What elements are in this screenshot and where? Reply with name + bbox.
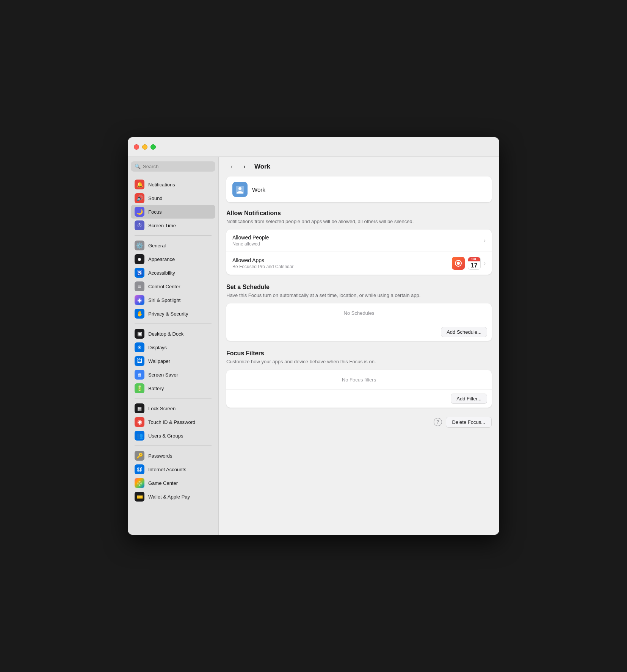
sidebar-item-touchid[interactable]: ◉ Touch ID & Password — [131, 415, 215, 429]
notifications-icon: 🔔 — [135, 180, 144, 189]
allowed-apps-row[interactable]: Allowed Apps Be Focused Pro and Calendar — [226, 252, 492, 275]
allow-notifications-title: Allow Notifications — [226, 210, 492, 217]
add-filter-button[interactable]: Add Filter... — [451, 394, 487, 404]
sidebar-item-general[interactable]: ⚙️ General — [131, 239, 215, 252]
focus-filters-card: No Focus filters Add Filter... — [226, 370, 492, 408]
sidebar-item-screensaver[interactable]: 🖥 Screen Saver — [131, 368, 215, 381]
focus-name: Work — [252, 186, 265, 193]
sidebar-label-general: General — [148, 243, 166, 248]
titlebar — [128, 137, 499, 157]
focus-filters-desc: Customize how your apps and device behav… — [226, 358, 492, 365]
allowed-apps-title: Allowed Apps — [232, 257, 452, 263]
sidebar-item-internetaccounts[interactable]: @ Internet Accounts — [131, 463, 215, 476]
sidebar-item-gamecenter[interactable]: ◎ Game Center — [131, 476, 215, 490]
svg-point-1 — [238, 187, 241, 190]
page-title: Work — [254, 163, 270, 170]
lockscreen-icon: ▦ — [135, 403, 144, 413]
sidebar-label-displays: Displays — [148, 345, 167, 350]
sidebar-label-focus: Focus — [148, 209, 161, 215]
general-icon: ⚙️ — [135, 241, 144, 250]
sidebar-item-controlcenter[interactable]: ≡ Control Center — [131, 280, 215, 293]
main-content: ‹ › Work Work — [219, 157, 499, 535]
sidebar-item-desktop[interactable]: ▣ Desktop & Dock — [131, 327, 215, 341]
nav-bar: ‹ › Work — [219, 157, 499, 177]
sidebar-item-privacy[interactable]: ✋ Privacy & Security — [131, 307, 215, 320]
sidebar-item-screentime[interactable]: ⏱ Screen Time — [131, 219, 215, 232]
add-filter-row: Add Filter... — [226, 390, 492, 408]
svg-point-3 — [457, 262, 460, 265]
sidebar-item-siri[interactable]: ◉ Siri & Spotlight — [131, 293, 215, 307]
sidebar-label-wallpaper: Wallpaper — [148, 358, 170, 364]
passwords-icon: 🔑 — [135, 451, 144, 461]
main-window: 🔍 🔔 Notifications 🔊 Sound 🌙 Focus — [128, 137, 499, 535]
sidebar-item-sound[interactable]: 🔊 Sound — [131, 191, 215, 205]
sidebar: 🔍 🔔 Notifications 🔊 Sound 🌙 Focus — [128, 157, 219, 535]
forward-button[interactable]: › — [239, 161, 250, 172]
back-button[interactable]: ‹ — [226, 161, 237, 172]
sound-icon: 🔊 — [135, 193, 144, 203]
allow-notifications-section: Allow Notifications Notifications from s… — [226, 210, 492, 275]
divider-1 — [135, 235, 212, 236]
divider-3 — [135, 398, 212, 399]
sidebar-label-privacy: Privacy & Security — [148, 311, 188, 317]
sidebar-label-siri: Siri & Spotlight — [148, 297, 180, 303]
sidebar-label-internetaccounts: Internet Accounts — [148, 467, 186, 472]
sidebar-group-1: 🔔 Notifications 🔊 Sound 🌙 Focus ⏱ Screen… — [131, 178, 215, 232]
chevron-right-icon: › — [484, 237, 486, 244]
add-schedule-button[interactable]: Add Schedule... — [441, 327, 487, 337]
calendar-app-icon: JUL 17 — [468, 257, 481, 270]
sidebar-label-users: Users & Groups — [148, 433, 183, 439]
wallet-icon: 💳 — [135, 492, 144, 502]
help-button[interactable]: ? — [434, 418, 442, 426]
search-input[interactable] — [143, 164, 212, 169]
minimize-button[interactable] — [142, 144, 147, 150]
sidebar-label-wallet: Wallet & Apple Pay — [148, 494, 190, 500]
sidebar-label-sound: Sound — [148, 195, 163, 201]
touchid-icon: ◉ — [135, 417, 144, 427]
search-bar[interactable]: 🔍 — [131, 161, 215, 172]
focus-icon: 🌙 — [135, 207, 144, 217]
sidebar-item-lockscreen[interactable]: ▦ Lock Screen — [131, 402, 215, 415]
content-area: 🔍 🔔 Notifications 🔊 Sound 🌙 Focus — [128, 157, 499, 535]
desktop-icon: ▣ — [135, 329, 144, 339]
allowed-people-title: Allowed People — [232, 234, 484, 241]
screensaver-icon: 🖥 — [135, 370, 144, 380]
delete-focus-button[interactable]: Delete Focus... — [446, 417, 492, 428]
sidebar-item-notifications[interactable]: 🔔 Notifications — [131, 178, 215, 191]
displays-icon: ✳ — [135, 342, 144, 352]
allowed-people-left: Allowed People None allowed — [232, 234, 484, 247]
sidebar-item-focus[interactable]: 🌙 Focus — [131, 205, 215, 219]
sidebar-label-touchid: Touch ID & Password — [148, 419, 195, 425]
controlcenter-icon: ≡ — [135, 281, 144, 291]
sidebar-item-wallpaper[interactable]: 🖼 Wallpaper — [131, 354, 215, 368]
wallpaper-icon: 🖼 — [135, 356, 144, 366]
sidebar-label-lockscreen: Lock Screen — [148, 406, 176, 411]
sidebar-item-accessibility[interactable]: ♿ Accessibility — [131, 266, 215, 280]
sidebar-label-controlcenter: Control Center — [148, 284, 180, 289]
divider-4 — [135, 445, 212, 446]
maximize-button[interactable] — [150, 144, 156, 150]
cal-month: JUL — [468, 257, 480, 261]
focus-filters-title: Focus Filters — [226, 350, 492, 357]
sidebar-item-battery[interactable]: 🔋 Battery — [131, 381, 215, 395]
sidebar-item-users[interactable]: 👥 Users & Groups — [131, 429, 215, 442]
sidebar-group-4: ▦ Lock Screen ◉ Touch ID & Password 👥 Us… — [131, 402, 215, 442]
sidebar-label-appearance: Appearance — [148, 256, 175, 262]
cal-day: 17 — [468, 261, 480, 269]
sidebar-label-notifications: Notifications — [148, 182, 175, 188]
appearance-icon: ● — [135, 254, 144, 264]
sidebar-label-screentime: Screen Time — [148, 223, 176, 228]
sidebar-label-gamecenter: Game Center — [148, 480, 178, 486]
sidebar-item-wallet[interactable]: 💳 Wallet & Apple Pay — [131, 490, 215, 503]
allowed-people-right: › — [484, 237, 486, 244]
sidebar-item-appearance[interactable]: ● Appearance — [131, 252, 215, 266]
close-button[interactable] — [134, 144, 139, 150]
allowed-people-row[interactable]: Allowed People None allowed › — [226, 230, 492, 252]
no-schedules-text: No Schedules — [226, 303, 492, 323]
sidebar-group-5: 🔑 Passwords @ Internet Accounts ◎ Game C… — [131, 449, 215, 503]
traffic-lights — [134, 144, 156, 150]
set-schedule-title: Set a Schedule — [226, 284, 492, 291]
allowed-card: Allowed People None allowed › Allowed Ap… — [226, 230, 492, 275]
sidebar-item-displays[interactable]: ✳ Displays — [131, 341, 215, 354]
sidebar-item-passwords[interactable]: 🔑 Passwords — [131, 449, 215, 463]
